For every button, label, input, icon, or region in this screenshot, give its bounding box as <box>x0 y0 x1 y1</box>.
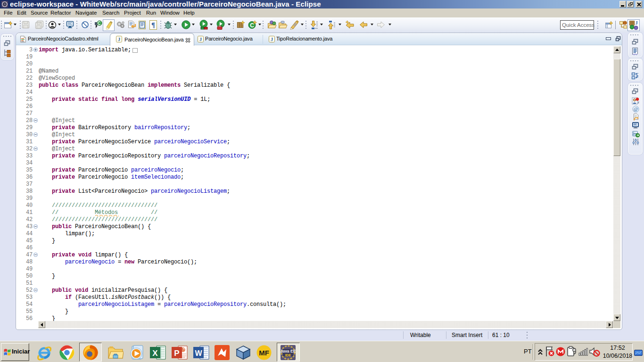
svg-text:MF: MF <box>259 349 269 357</box>
svg-text:P: P <box>174 349 179 358</box>
svg-text:J: J <box>635 20 638 25</box>
svg-text:J: J <box>271 36 273 42</box>
svg-text:J: J <box>118 36 121 42</box>
svg-text:IDE: IDE <box>285 353 291 357</box>
svg-text:@: @ <box>634 107 638 112</box>
svg-text:C: C <box>250 22 254 29</box>
svg-text:W: W <box>195 349 202 357</box>
svg-text:¶: ¶ <box>151 21 155 29</box>
svg-text:X: X <box>152 349 158 358</box>
svg-text:J: J <box>199 36 202 42</box>
